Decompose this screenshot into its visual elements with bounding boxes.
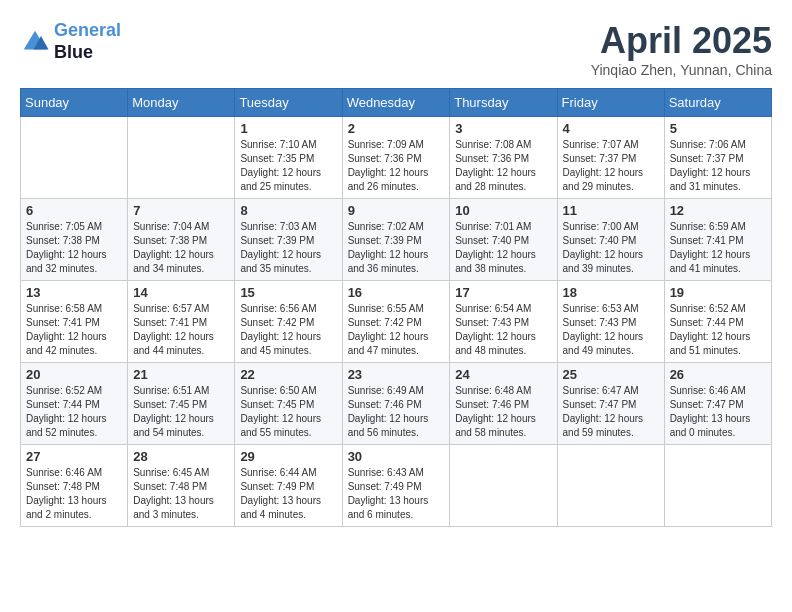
calendar-week-row: 13Sunrise: 6:58 AMSunset: 7:41 PMDayligh… bbox=[21, 281, 772, 363]
day-info: Sunrise: 6:53 AMSunset: 7:43 PMDaylight:… bbox=[563, 302, 659, 358]
calendar-cell: 23Sunrise: 6:49 AMSunset: 7:46 PMDayligh… bbox=[342, 363, 450, 445]
day-info: Sunrise: 6:50 AMSunset: 7:45 PMDaylight:… bbox=[240, 384, 336, 440]
calendar-cell: 13Sunrise: 6:58 AMSunset: 7:41 PMDayligh… bbox=[21, 281, 128, 363]
day-info: Sunrise: 7:07 AMSunset: 7:37 PMDaylight:… bbox=[563, 138, 659, 194]
weekday-header: Monday bbox=[128, 89, 235, 117]
weekday-header: Saturday bbox=[664, 89, 771, 117]
day-info: Sunrise: 6:52 AMSunset: 7:44 PMDaylight:… bbox=[670, 302, 766, 358]
weekday-header: Wednesday bbox=[342, 89, 450, 117]
day-info: Sunrise: 6:54 AMSunset: 7:43 PMDaylight:… bbox=[455, 302, 551, 358]
calendar-cell: 15Sunrise: 6:56 AMSunset: 7:42 PMDayligh… bbox=[235, 281, 342, 363]
month-title: April 2025 bbox=[591, 20, 772, 62]
day-number: 26 bbox=[670, 367, 766, 382]
day-number: 5 bbox=[670, 121, 766, 136]
calendar-cell: 14Sunrise: 6:57 AMSunset: 7:41 PMDayligh… bbox=[128, 281, 235, 363]
weekday-header: Sunday bbox=[21, 89, 128, 117]
day-number: 7 bbox=[133, 203, 229, 218]
day-number: 20 bbox=[26, 367, 122, 382]
day-info: Sunrise: 7:06 AMSunset: 7:37 PMDaylight:… bbox=[670, 138, 766, 194]
day-info: Sunrise: 6:49 AMSunset: 7:46 PMDaylight:… bbox=[348, 384, 445, 440]
day-number: 14 bbox=[133, 285, 229, 300]
day-number: 2 bbox=[348, 121, 445, 136]
day-info: Sunrise: 6:55 AMSunset: 7:42 PMDaylight:… bbox=[348, 302, 445, 358]
day-info: Sunrise: 7:05 AMSunset: 7:38 PMDaylight:… bbox=[26, 220, 122, 276]
day-number: 22 bbox=[240, 367, 336, 382]
logo-text: General Blue bbox=[54, 20, 121, 63]
calendar-week-row: 6Sunrise: 7:05 AMSunset: 7:38 PMDaylight… bbox=[21, 199, 772, 281]
day-info: Sunrise: 6:47 AMSunset: 7:47 PMDaylight:… bbox=[563, 384, 659, 440]
day-number: 18 bbox=[563, 285, 659, 300]
day-number: 4 bbox=[563, 121, 659, 136]
day-number: 16 bbox=[348, 285, 445, 300]
day-number: 24 bbox=[455, 367, 551, 382]
calendar-cell: 18Sunrise: 6:53 AMSunset: 7:43 PMDayligh… bbox=[557, 281, 664, 363]
logo-icon bbox=[20, 27, 50, 57]
calendar-cell: 5Sunrise: 7:06 AMSunset: 7:37 PMDaylight… bbox=[664, 117, 771, 199]
day-number: 27 bbox=[26, 449, 122, 464]
weekday-header: Thursday bbox=[450, 89, 557, 117]
calendar-table: SundayMondayTuesdayWednesdayThursdayFrid… bbox=[20, 88, 772, 527]
day-info: Sunrise: 6:46 AMSunset: 7:48 PMDaylight:… bbox=[26, 466, 122, 522]
day-number: 11 bbox=[563, 203, 659, 218]
day-number: 15 bbox=[240, 285, 336, 300]
logo: General Blue bbox=[20, 20, 121, 63]
calendar-cell: 3Sunrise: 7:08 AMSunset: 7:36 PMDaylight… bbox=[450, 117, 557, 199]
day-number: 12 bbox=[670, 203, 766, 218]
day-info: Sunrise: 7:00 AMSunset: 7:40 PMDaylight:… bbox=[563, 220, 659, 276]
title-area: April 2025 Yinqiao Zhen, Yunnan, China bbox=[591, 20, 772, 78]
day-info: Sunrise: 6:48 AMSunset: 7:46 PMDaylight:… bbox=[455, 384, 551, 440]
calendar-cell: 9Sunrise: 7:02 AMSunset: 7:39 PMDaylight… bbox=[342, 199, 450, 281]
calendar-cell: 22Sunrise: 6:50 AMSunset: 7:45 PMDayligh… bbox=[235, 363, 342, 445]
day-number: 25 bbox=[563, 367, 659, 382]
calendar-cell: 2Sunrise: 7:09 AMSunset: 7:36 PMDaylight… bbox=[342, 117, 450, 199]
weekday-header: Friday bbox=[557, 89, 664, 117]
calendar-cell: 16Sunrise: 6:55 AMSunset: 7:42 PMDayligh… bbox=[342, 281, 450, 363]
day-number: 13 bbox=[26, 285, 122, 300]
day-number: 29 bbox=[240, 449, 336, 464]
day-info: Sunrise: 7:02 AMSunset: 7:39 PMDaylight:… bbox=[348, 220, 445, 276]
day-info: Sunrise: 6:51 AMSunset: 7:45 PMDaylight:… bbox=[133, 384, 229, 440]
day-number: 3 bbox=[455, 121, 551, 136]
day-number: 17 bbox=[455, 285, 551, 300]
day-info: Sunrise: 6:45 AMSunset: 7:48 PMDaylight:… bbox=[133, 466, 229, 522]
day-info: Sunrise: 6:56 AMSunset: 7:42 PMDaylight:… bbox=[240, 302, 336, 358]
day-number: 28 bbox=[133, 449, 229, 464]
calendar-cell: 27Sunrise: 6:46 AMSunset: 7:48 PMDayligh… bbox=[21, 445, 128, 527]
day-info: Sunrise: 7:04 AMSunset: 7:38 PMDaylight:… bbox=[133, 220, 229, 276]
calendar-cell: 30Sunrise: 6:43 AMSunset: 7:49 PMDayligh… bbox=[342, 445, 450, 527]
weekday-header: Tuesday bbox=[235, 89, 342, 117]
day-number: 19 bbox=[670, 285, 766, 300]
day-number: 9 bbox=[348, 203, 445, 218]
calendar-cell: 11Sunrise: 7:00 AMSunset: 7:40 PMDayligh… bbox=[557, 199, 664, 281]
calendar-cell: 29Sunrise: 6:44 AMSunset: 7:49 PMDayligh… bbox=[235, 445, 342, 527]
day-info: Sunrise: 6:59 AMSunset: 7:41 PMDaylight:… bbox=[670, 220, 766, 276]
day-info: Sunrise: 6:57 AMSunset: 7:41 PMDaylight:… bbox=[133, 302, 229, 358]
calendar-cell: 20Sunrise: 6:52 AMSunset: 7:44 PMDayligh… bbox=[21, 363, 128, 445]
day-info: Sunrise: 6:43 AMSunset: 7:49 PMDaylight:… bbox=[348, 466, 445, 522]
day-number: 30 bbox=[348, 449, 445, 464]
location: Yinqiao Zhen, Yunnan, China bbox=[591, 62, 772, 78]
day-info: Sunrise: 7:03 AMSunset: 7:39 PMDaylight:… bbox=[240, 220, 336, 276]
calendar-week-row: 27Sunrise: 6:46 AMSunset: 7:48 PMDayligh… bbox=[21, 445, 772, 527]
day-info: Sunrise: 6:44 AMSunset: 7:49 PMDaylight:… bbox=[240, 466, 336, 522]
calendar-cell bbox=[557, 445, 664, 527]
day-number: 23 bbox=[348, 367, 445, 382]
day-info: Sunrise: 7:09 AMSunset: 7:36 PMDaylight:… bbox=[348, 138, 445, 194]
day-number: 1 bbox=[240, 121, 336, 136]
calendar-cell bbox=[128, 117, 235, 199]
calendar-cell: 19Sunrise: 6:52 AMSunset: 7:44 PMDayligh… bbox=[664, 281, 771, 363]
day-info: Sunrise: 6:58 AMSunset: 7:41 PMDaylight:… bbox=[26, 302, 122, 358]
calendar-cell: 6Sunrise: 7:05 AMSunset: 7:38 PMDaylight… bbox=[21, 199, 128, 281]
calendar-cell: 1Sunrise: 7:10 AMSunset: 7:35 PMDaylight… bbox=[235, 117, 342, 199]
calendar-cell: 10Sunrise: 7:01 AMSunset: 7:40 PMDayligh… bbox=[450, 199, 557, 281]
day-number: 10 bbox=[455, 203, 551, 218]
calendar-cell: 24Sunrise: 6:48 AMSunset: 7:46 PMDayligh… bbox=[450, 363, 557, 445]
day-info: Sunrise: 7:10 AMSunset: 7:35 PMDaylight:… bbox=[240, 138, 336, 194]
calendar-cell: 12Sunrise: 6:59 AMSunset: 7:41 PMDayligh… bbox=[664, 199, 771, 281]
calendar-cell bbox=[21, 117, 128, 199]
day-info: Sunrise: 7:01 AMSunset: 7:40 PMDaylight:… bbox=[455, 220, 551, 276]
calendar-cell: 21Sunrise: 6:51 AMSunset: 7:45 PMDayligh… bbox=[128, 363, 235, 445]
day-number: 6 bbox=[26, 203, 122, 218]
calendar-cell: 4Sunrise: 7:07 AMSunset: 7:37 PMDaylight… bbox=[557, 117, 664, 199]
calendar-week-row: 1Sunrise: 7:10 AMSunset: 7:35 PMDaylight… bbox=[21, 117, 772, 199]
